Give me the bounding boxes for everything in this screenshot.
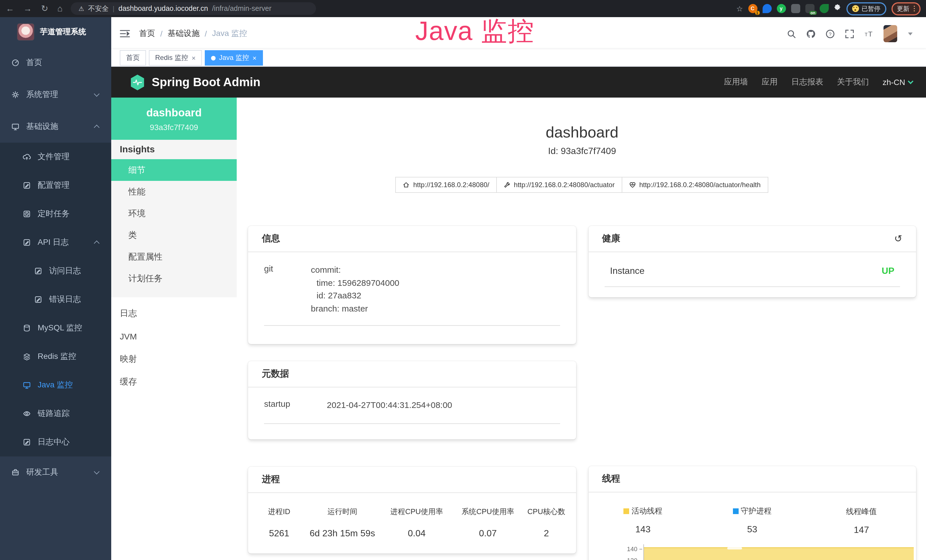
blue-legend-swatch: [733, 509, 738, 514]
address-bar[interactable]: ⚠ 不安全 | dashboard.yudao.iocoder.cn/infra…: [70, 2, 316, 15]
layers-icon: [23, 353, 31, 360]
sidebar-item-config-management[interactable]: 配置管理: [0, 171, 111, 200]
process-pid-value: 5261: [254, 528, 304, 539]
git-time-line: time: 1596289704000: [311, 277, 560, 289]
sidebar-item-tracing[interactable]: 链路追踪: [0, 400, 111, 428]
user-avatar[interactable]: [884, 25, 897, 42]
extensions-puzzle-icon[interactable]: [834, 4, 841, 13]
live-threads-stat: 活动线程 143: [589, 506, 698, 535]
fullscreen-icon[interactable]: [845, 29, 855, 38]
git-branch-line: branch: master: [311, 302, 560, 315]
tab-java-monitor[interactable]: Java 监控 ×: [205, 50, 263, 66]
screenshot-annotation: Java 监控: [415, 14, 534, 49]
sidebar-item-mysql-monitor[interactable]: MySQL 监控: [0, 314, 111, 342]
yellow-legend-swatch: [624, 509, 629, 514]
log-edit-icon: [34, 267, 42, 275]
daemon-threads-stat: 守护进程 53: [698, 506, 807, 535]
sba-item-jvm[interactable]: JVM: [111, 325, 237, 348]
svg-text:T: T: [868, 30, 872, 38]
sba-item-logging[interactable]: 日志: [111, 302, 237, 325]
profile-paused-badge[interactable]: 已暂停: [846, 2, 886, 15]
browser-menu-icon[interactable]: [914, 6, 915, 12]
security-label[interactable]: 不安全: [88, 4, 109, 14]
extension-y-icon[interactable]: y: [776, 4, 786, 13]
search-icon[interactable]: [787, 29, 796, 38]
sba-item-caches[interactable]: 缓存: [111, 370, 237, 393]
log-edit-icon: [34, 295, 42, 304]
extension-grid-icon[interactable]: [791, 4, 800, 13]
process-cpu-value: 0.04: [380, 528, 453, 539]
process-card: 进程 进程ID 运行时间 进程CPU使用率 系统CPU使用率 CPU核心数: [248, 467, 576, 554]
sidebar-item-access-logs[interactable]: 访问日志: [0, 257, 111, 285]
close-icon[interactable]: ×: [253, 54, 256, 62]
sidebar-item-label: 基础设施: [26, 121, 58, 132]
sidebar-item-label: MySQL 监控: [38, 323, 82, 333]
sidebar-item-dev-tools[interactable]: 研发工具: [0, 456, 111, 488]
sba-brand[interactable]: Spring Boot Admin: [130, 74, 260, 91]
extension-leaf-icon[interactable]: [819, 4, 828, 13]
sidebar-collapse-icon[interactable]: [120, 30, 130, 38]
sidebar-item-label: 系统管理: [26, 89, 58, 100]
sba-nav-applications[interactable]: 应用: [762, 77, 778, 87]
browser-update-button[interactable]: 更新: [891, 2, 921, 15]
sba-language-select[interactable]: zh-CN: [883, 77, 912, 87]
sidebar-item-infrastructure[interactable]: 基础设施: [0, 111, 111, 143]
user-menu-caret-icon[interactable]: [908, 32, 912, 35]
extension-pin-icon[interactable]: [762, 4, 772, 13]
live-threads-value: 143: [589, 524, 698, 534]
close-icon[interactable]: ×: [192, 54, 196, 62]
browser-back-icon[interactable]: ←: [6, 3, 14, 14]
github-icon[interactable]: [806, 29, 816, 38]
sidebar-item-error-logs[interactable]: 错误日志: [0, 285, 111, 314]
sba-language-label: zh-CN: [883, 77, 905, 87]
sba-nav-wallboard[interactable]: 应用墙: [724, 77, 748, 87]
sba-nav-about[interactable]: 关于我们: [837, 77, 869, 87]
sidebar-item-api-logs[interactable]: API 日志: [0, 228, 111, 257]
tab-redis-monitor[interactable]: Redis 监控 ×: [149, 50, 202, 66]
health-url-link[interactable]: http://192.168.0.2:48080/actuator/health: [622, 177, 768, 193]
browser-forward-icon[interactable]: →: [23, 3, 32, 14]
sidebar-item-scheduled-jobs[interactable]: 定时任务: [0, 200, 111, 228]
insights-group: Insights 细节 性能 环境 类 配置属性 计划任务: [111, 140, 237, 297]
chevron-down-icon: [908, 79, 914, 84]
sidebar-item-java-monitor[interactable]: Java 监控: [0, 371, 111, 400]
sba-item-mappings[interactable]: 映射: [111, 348, 237, 370]
breadcrumb-home[interactable]: 首页: [139, 29, 155, 39]
sba-item-scheduled-tasks[interactable]: 计划任务: [111, 268, 237, 289]
font-size-icon[interactable]: TT: [864, 29, 874, 38]
browser-reload-icon[interactable]: ↻: [41, 3, 48, 14]
bookmark-star-icon[interactable]: ☆: [736, 4, 743, 13]
sba-logo-icon: [130, 74, 145, 91]
extension-switch-icon[interactable]: on: [805, 4, 814, 13]
sba-item-metrics[interactable]: 性能: [111, 181, 237, 203]
sba-item-config-props[interactable]: 配置属性: [111, 246, 237, 268]
browser-home-icon[interactable]: ⌂: [57, 3, 62, 14]
app-logo-row[interactable]: 芋道管理系统: [0, 17, 111, 47]
sidebar-item-file-management[interactable]: 文件管理: [0, 143, 111, 171]
tab-home[interactable]: 首页: [120, 50, 146, 66]
sidebar-item-home[interactable]: 首页: [0, 47, 111, 79]
breadcrumb-infrastructure[interactable]: 基础设施: [168, 29, 200, 39]
sidebar-item-system-management[interactable]: 系统管理: [0, 79, 111, 111]
sba-item-environment[interactable]: 环境: [111, 203, 237, 224]
sba-nav-journal[interactable]: 日志报表: [791, 77, 823, 87]
extension-colorzilla-icon[interactable]: C1: [748, 4, 757, 13]
instance-header[interactable]: dashboard 93a3fc7f7409: [111, 98, 237, 140]
history-icon[interactable]: ↺: [894, 233, 903, 245]
threads-card-title: 线程: [602, 473, 620, 485]
service-url-link[interactable]: http://192.168.0.2:48080/: [396, 177, 497, 193]
info-card-title: 信息: [262, 233, 280, 245]
svg-text:T: T: [865, 32, 867, 37]
sidebar-item-redis-monitor[interactable]: Redis 监控: [0, 342, 111, 371]
java-monitor-icon: [23, 381, 31, 389]
sba-item-beans[interactable]: 类: [111, 224, 237, 246]
cloud-upload-icon: [23, 153, 31, 161]
dashboard-icon: [11, 59, 20, 67]
actuator-url-label: http://192.168.0.2:48080/actuator: [514, 181, 615, 189]
sba-item-details[interactable]: 细节: [111, 159, 237, 181]
actuator-url-link[interactable]: http://192.168.0.2:48080/actuator: [496, 177, 622, 193]
monitor-icon: [11, 123, 20, 131]
sidebar-item-log-center[interactable]: 日志中心: [0, 428, 111, 456]
info-key: git: [264, 263, 311, 315]
help-icon[interactable]: ?: [825, 29, 835, 38]
